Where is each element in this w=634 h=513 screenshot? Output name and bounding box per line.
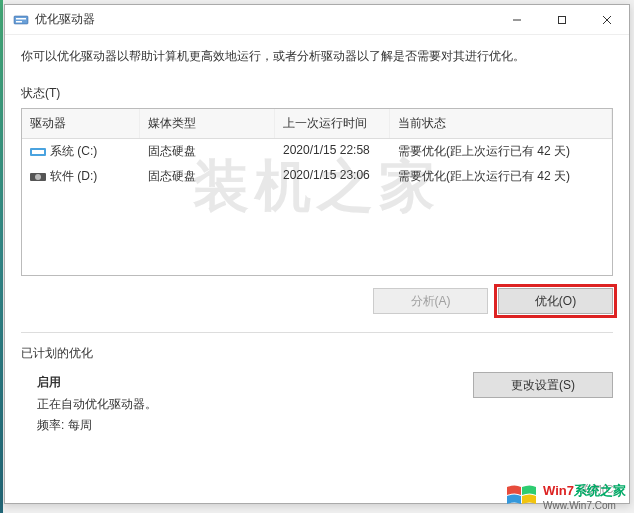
scheduled-on-label: 启用 bbox=[37, 372, 157, 394]
drive-icon bbox=[30, 171, 46, 183]
drive-name: 系统 (C:) bbox=[50, 143, 97, 160]
optimize-drives-window: 优化驱动器 你可以优化驱动器以帮助计算机更高效地运行，或者分析驱动器以了解是否需… bbox=[4, 4, 630, 504]
drive-media: 固态硬盘 bbox=[140, 164, 275, 189]
scheduled-frequency: 频率: 每周 bbox=[37, 415, 157, 437]
change-settings-button[interactable]: 更改设置(S) bbox=[473, 372, 613, 398]
analyze-button[interactable]: 分析(A) bbox=[373, 288, 488, 314]
watermark-logo: Win7系统之家 Www.Win7.Com bbox=[505, 481, 626, 511]
svg-point-10 bbox=[35, 174, 41, 180]
logo-sub-text: Www.Win7.Com bbox=[543, 500, 626, 511]
svg-rect-4 bbox=[558, 16, 565, 23]
scheduled-title: 已计划的优化 bbox=[21, 345, 613, 362]
table-row[interactable]: 系统 (C:)固态硬盘2020/1/15 22:58需要优化(距上次运行已有 4… bbox=[22, 139, 612, 164]
scheduled-info: 启用 正在自动优化驱动器。 频率: 每周 bbox=[21, 372, 157, 437]
description-text: 你可以优化驱动器以帮助计算机更高效地运行，或者分析驱动器以了解是否需要对其进行优… bbox=[21, 47, 613, 65]
col-header-status[interactable]: 当前状态 bbox=[390, 109, 612, 138]
logo-main-text: Win7系统之家 bbox=[543, 483, 626, 498]
titlebar: 优化驱动器 bbox=[5, 5, 629, 35]
col-header-media[interactable]: 媒体类型 bbox=[140, 109, 275, 138]
action-button-row: 分析(A) 优化(O) bbox=[21, 288, 613, 314]
freq-label: 频率: bbox=[37, 418, 64, 432]
list-header: 驱动器 媒体类型 上一次运行时间 当前状态 bbox=[22, 109, 612, 139]
col-header-last[interactable]: 上一次运行时间 bbox=[275, 109, 390, 138]
svg-rect-8 bbox=[32, 150, 44, 154]
drives-listbox[interactable]: 装机之家 驱动器 媒体类型 上一次运行时间 当前状态 系统 (C:)固态硬盘20… bbox=[21, 108, 613, 276]
content-area: 你可以优化驱动器以帮助计算机更高效地运行，或者分析驱动器以了解是否需要对其进行优… bbox=[5, 35, 629, 503]
drive-status: 需要优化(距上次运行已有 42 天) bbox=[390, 139, 612, 164]
drive-icon bbox=[30, 146, 46, 158]
scheduled-row: 启用 正在自动优化驱动器。 频率: 每周 更改设置(S) bbox=[21, 372, 613, 437]
divider bbox=[21, 332, 613, 333]
drive-name: 软件 (D:) bbox=[50, 168, 97, 185]
window-title: 优化驱动器 bbox=[35, 11, 494, 28]
titlebar-buttons bbox=[494, 5, 629, 34]
status-label: 状态(T) bbox=[21, 85, 613, 102]
freq-value: 每周 bbox=[68, 418, 92, 432]
drive-last-run: 2020/1/15 23:06 bbox=[275, 164, 390, 189]
logo-text-block: Win7系统之家 Www.Win7.Com bbox=[543, 481, 626, 511]
app-icon bbox=[13, 12, 29, 28]
optimize-button[interactable]: 优化(O) bbox=[498, 288, 613, 314]
col-header-drive[interactable]: 驱动器 bbox=[22, 109, 140, 138]
scheduled-desc: 正在自动优化驱动器。 bbox=[37, 394, 157, 416]
drive-status: 需要优化(距上次运行已有 42 天) bbox=[390, 164, 612, 189]
svg-rect-1 bbox=[16, 18, 26, 20]
close-button[interactable] bbox=[584, 5, 629, 34]
svg-rect-2 bbox=[16, 21, 22, 23]
minimize-button[interactable] bbox=[494, 5, 539, 34]
drive-media: 固态硬盘 bbox=[140, 139, 275, 164]
svg-rect-0 bbox=[14, 16, 28, 24]
drive-last-run: 2020/1/15 22:58 bbox=[275, 139, 390, 164]
decorative-left-edge bbox=[0, 0, 3, 513]
windows-flag-icon bbox=[505, 481, 539, 511]
table-row[interactable]: 软件 (D:)固态硬盘2020/1/15 23:06需要优化(距上次运行已有 4… bbox=[22, 164, 612, 189]
maximize-button[interactable] bbox=[539, 5, 584, 34]
